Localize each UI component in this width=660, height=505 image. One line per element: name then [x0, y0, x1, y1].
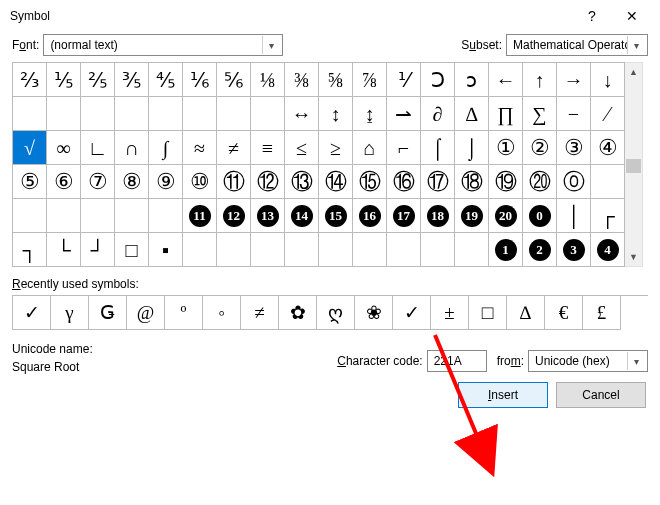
- symbol-cell[interactable]: 1: [489, 233, 523, 267]
- symbol-cell[interactable]: ∂: [421, 97, 455, 131]
- symbol-cell[interactable]: ↔: [285, 97, 319, 131]
- from-combobox[interactable]: Unicode (hex) ▾: [528, 350, 648, 372]
- recent-symbol-cell[interactable]: ✓: [393, 296, 431, 330]
- symbol-cell[interactable]: √: [13, 131, 47, 165]
- symbol-cell[interactable]: ┐: [13, 233, 47, 267]
- symbol-cell[interactable]: ⅕: [47, 63, 81, 97]
- symbol-cell[interactable]: ⌂: [353, 131, 387, 165]
- symbol-cell[interactable]: ┘: [81, 233, 115, 267]
- symbol-cell[interactable]: ↕: [319, 97, 353, 131]
- symbol-cell[interactable]: ⅝: [319, 63, 353, 97]
- symbol-cell[interactable]: ⅗: [115, 63, 149, 97]
- symbol-cell[interactable]: ⅟: [387, 63, 421, 97]
- symbol-cell[interactable]: ⑰: [421, 165, 455, 199]
- symbol-cell[interactable]: ⅔: [13, 63, 47, 97]
- symbol-cell[interactable]: ∏: [489, 97, 523, 131]
- symbol-cell[interactable]: ≥: [319, 131, 353, 165]
- symbol-cell[interactable]: 19: [455, 199, 489, 233]
- recent-symbol-cell[interactable]: £: [583, 296, 621, 330]
- symbol-cell[interactable]: 16: [353, 199, 387, 233]
- symbol-cell[interactable]: [47, 97, 81, 131]
- symbol-cell[interactable]: ⌡: [455, 131, 489, 165]
- symbol-cell[interactable]: 20: [489, 199, 523, 233]
- symbol-grid[interactable]: ⅔⅕⅖⅗⅘⅙⅚⅛⅜⅝⅞⅟Ↄↄ←↑→↓↔↕↨⇀∂∆∏∑−∕√∞∟∩∫≈≠≡≤≥⌂⌐…: [12, 62, 625, 267]
- recent-symbol-cell[interactable]: ✿: [279, 296, 317, 330]
- symbol-cell[interactable]: ┌: [591, 199, 625, 233]
- recent-symbol-cell[interactable]: ღ: [317, 296, 355, 330]
- symbol-cell[interactable]: [217, 97, 251, 131]
- recent-symbol-cell[interactable]: γ: [51, 296, 89, 330]
- symbol-cell[interactable]: ≡: [251, 131, 285, 165]
- scroll-up-icon[interactable]: ▲: [625, 63, 642, 81]
- symbol-cell[interactable]: [353, 233, 387, 267]
- symbol-cell[interactable]: ⑧: [115, 165, 149, 199]
- symbol-cell[interactable]: [251, 233, 285, 267]
- help-button[interactable]: ?: [572, 2, 612, 30]
- symbol-cell[interactable]: ∫: [149, 131, 183, 165]
- symbol-cell[interactable]: ⇀: [387, 97, 421, 131]
- recent-grid[interactable]: ✓γǤ@º◦≠✿ღ❀✓±□∆€£: [12, 295, 648, 330]
- symbol-cell[interactable]: −: [557, 97, 591, 131]
- symbol-cell[interactable]: ②: [523, 131, 557, 165]
- symbol-cell[interactable]: [115, 199, 149, 233]
- symbol-cell[interactable]: [13, 199, 47, 233]
- symbol-cell[interactable]: 4: [591, 233, 625, 267]
- symbol-cell[interactable]: ⅙: [183, 63, 217, 97]
- symbol-cell[interactable]: ∟: [81, 131, 115, 165]
- symbol-cell[interactable]: 2: [523, 233, 557, 267]
- symbol-cell[interactable]: ⑬: [285, 165, 319, 199]
- symbol-cell[interactable]: [217, 233, 251, 267]
- symbol-cell[interactable]: [183, 233, 217, 267]
- symbol-cell[interactable]: │: [557, 199, 591, 233]
- symbol-cell[interactable]: [81, 97, 115, 131]
- symbol-cell[interactable]: ∩: [115, 131, 149, 165]
- symbol-cell[interactable]: ⅘: [149, 63, 183, 97]
- symbol-cell[interactable]: 14: [285, 199, 319, 233]
- symbol-cell[interactable]: ←: [489, 63, 523, 97]
- cancel-button[interactable]: Cancel: [556, 382, 646, 408]
- close-button[interactable]: ✕: [612, 2, 652, 30]
- symbol-cell[interactable]: └: [47, 233, 81, 267]
- symbol-cell[interactable]: ⅜: [285, 63, 319, 97]
- symbol-cell[interactable]: ⑭: [319, 165, 353, 199]
- symbol-cell[interactable]: ③: [557, 131, 591, 165]
- symbol-cell[interactable]: ⑪: [217, 165, 251, 199]
- symbol-cell[interactable]: ∞: [47, 131, 81, 165]
- symbol-cell[interactable]: [421, 233, 455, 267]
- recent-symbol-cell[interactable]: ±: [431, 296, 469, 330]
- symbol-cell[interactable]: →: [557, 63, 591, 97]
- symbol-cell[interactable]: ⑲: [489, 165, 523, 199]
- symbol-cell[interactable]: ⅛: [251, 63, 285, 97]
- symbol-cell[interactable]: [149, 199, 183, 233]
- symbol-cell[interactable]: ≤: [285, 131, 319, 165]
- symbol-cell[interactable]: [149, 97, 183, 131]
- symbol-cell[interactable]: ⑥: [47, 165, 81, 199]
- symbol-cell[interactable]: ⑤: [13, 165, 47, 199]
- symbol-cell[interactable]: ≠: [217, 131, 251, 165]
- symbol-cell[interactable]: [285, 233, 319, 267]
- recent-symbol-cell[interactable]: ◦: [203, 296, 241, 330]
- recent-symbol-cell[interactable]: ✓: [13, 296, 51, 330]
- symbol-cell[interactable]: ∆: [455, 97, 489, 131]
- symbol-cell[interactable]: 13: [251, 199, 285, 233]
- symbol-cell[interactable]: ⑮: [353, 165, 387, 199]
- symbol-cell[interactable]: ①: [489, 131, 523, 165]
- char-code-input[interactable]: 221A: [427, 350, 487, 372]
- symbol-cell[interactable]: [183, 97, 217, 131]
- recent-symbol-cell[interactable]: º: [165, 296, 203, 330]
- symbol-cell[interactable]: 15: [319, 199, 353, 233]
- recent-symbol-cell[interactable]: Ǥ: [89, 296, 127, 330]
- grid-scrollbar[interactable]: ▲ ▼: [625, 62, 643, 267]
- symbol-cell[interactable]: 18: [421, 199, 455, 233]
- symbol-cell[interactable]: 3: [557, 233, 591, 267]
- insert-button[interactable]: Insert: [458, 382, 548, 408]
- subset-combobox[interactable]: Mathematical Operators ▾: [506, 34, 648, 56]
- symbol-cell[interactable]: [81, 199, 115, 233]
- symbol-cell[interactable]: ⑳: [523, 165, 557, 199]
- recent-symbol-cell[interactable]: @: [127, 296, 165, 330]
- symbol-cell[interactable]: ↨: [353, 97, 387, 131]
- symbol-cell[interactable]: ⓪: [557, 165, 591, 199]
- symbol-cell[interactable]: ⌠: [421, 131, 455, 165]
- recent-symbol-cell[interactable]: ❀: [355, 296, 393, 330]
- symbol-cell[interactable]: [47, 199, 81, 233]
